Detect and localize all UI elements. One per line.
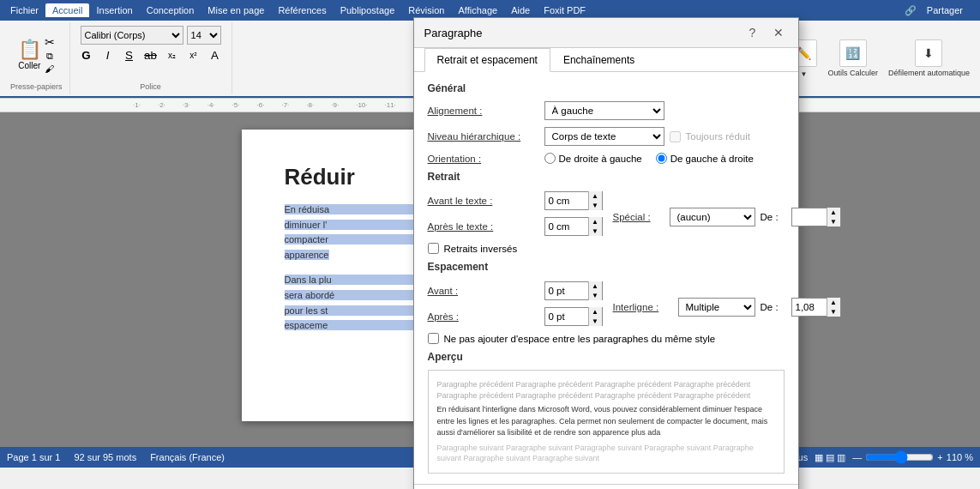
retrait-columns: Avant le texte : ▲ ▼ Après le texte : <box>428 191 785 243</box>
tab-retrait-espacement[interactable]: Retrait et espacement <box>424 48 550 72</box>
defilement-icon: ⬇ <box>915 39 942 67</box>
de2-spinbuttons: ▲ ▼ <box>827 298 840 317</box>
avant-texte-spinbox: ▲ ▼ <box>544 191 603 210</box>
menu-references[interactable]: Références <box>271 3 333 17</box>
avant-esp-up[interactable]: ▲ <box>588 281 602 291</box>
strikethrough-button[interactable]: ab <box>141 46 160 63</box>
orientation-label: Orientation : <box>428 154 539 164</box>
menu-accueil[interactable]: Accueil <box>45 3 89 17</box>
menu-foxit[interactable]: Foxit PDF <box>537 3 592 17</box>
dialog-title-bar[interactable]: Paragraphe ? ✕ <box>414 18 798 48</box>
police-group: Calibri (Corps) 14 G I S ab x₂ x² A Poli… <box>70 22 232 94</box>
font-name-select[interactable]: Calibri (Corps) <box>81 26 183 45</box>
retraits-inverses-checkbox[interactable] <box>428 243 439 254</box>
avant-esp-input[interactable] <box>545 282 588 299</box>
font-size-select[interactable]: 14 <box>187 26 221 45</box>
espacement-left: Avant : ▲ ▼ Après : ▲ <box>428 281 603 333</box>
toujours-reduit-label: Toujours réduit <box>686 131 750 142</box>
dialog-paragraphe: Paragraphe ? ✕ Retrait et espacement Enc… <box>413 17 799 468</box>
font-color-button[interactable]: A <box>206 46 225 63</box>
share-button[interactable]: 🔗 Partager <box>898 2 977 19</box>
avant-esp-row: Avant : ▲ ▼ <box>428 281 603 300</box>
espacement-columns: Avant : ▲ ▼ Après : ▲ <box>428 281 785 333</box>
interligne-label: Interligne : <box>613 302 673 312</box>
retrait-left: Avant le texte : ▲ ▼ Après le texte : <box>428 191 603 243</box>
avant-texte-row: Avant le texte : ▲ ▼ <box>428 191 603 210</box>
no-space-label: Ne pas ajouter d'espace entre les paragr… <box>444 334 716 344</box>
right-ribbon: ✏️ ▼ 🔢 Outils Calculer ⬇ Défilement auto… <box>783 22 977 94</box>
apres-texte-spinbox: ▲ ▼ <box>544 217 603 236</box>
language: Français (France) <box>150 452 225 462</box>
orientation-gauche-option[interactable]: De gauche à droite <box>656 153 754 164</box>
couper-button[interactable]: ✂ <box>45 35 55 49</box>
special-select[interactable]: (aucun) <box>670 208 755 226</box>
dialog-controls: ? ✕ <box>743 23 788 42</box>
de2-down[interactable]: ▼ <box>827 307 840 317</box>
defilement-button[interactable]: ⬇ Défilement automatique <box>885 36 973 81</box>
coller-button[interactable]: 📋 Coller <box>18 39 41 70</box>
italic-button[interactable]: I <box>99 46 117 63</box>
menu-affichage[interactable]: Affichage <box>451 3 504 17</box>
orientation-droite-radio[interactable] <box>544 153 556 164</box>
outils-button[interactable]: 🔢 Outils Calculer <box>824 36 881 81</box>
apres-texte-up[interactable]: ▲ <box>588 217 602 226</box>
outils-icon: 🔢 <box>839 39 867 67</box>
orientation-gauche-radio[interactable] <box>656 153 667 164</box>
menu-insertion[interactable]: Insertion <box>89 3 139 17</box>
de2-input[interactable] <box>792 299 827 316</box>
menu-fichier[interactable]: Fichier <box>3 3 45 17</box>
copier-button[interactable]: ⧉ <box>45 51 55 62</box>
alignement-select[interactable]: À gauche <box>544 101 664 120</box>
underline-button[interactable]: S <box>120 46 139 63</box>
view-icons: ▦ ▤ ▥ <box>815 452 845 463</box>
niveau-label: Niveau hiérarchique : <box>428 131 539 142</box>
zoom-slider[interactable]: — + 110 % <box>852 450 973 464</box>
coller-format-button[interactable]: 🖌 <box>45 63 55 74</box>
retraits-inverses-label: Retraits inversés <box>444 244 518 254</box>
apres-texte-down[interactable]: ▼ <box>588 226 602 236</box>
tab-enchainements[interactable]: Enchaînements <box>550 48 647 72</box>
avant-texte-input[interactable] <box>545 192 588 209</box>
avant-texte-label: Avant le texte : <box>428 196 539 206</box>
apres-texte-spinbuttons: ▲ ▼ <box>588 217 602 236</box>
zoom-range-input[interactable] <box>865 450 934 464</box>
preview-box: Paragraphe précédent Paragraphe précéden… <box>428 370 785 468</box>
avant-texte-down[interactable]: ▼ <box>588 201 602 210</box>
alignement-label: Alignement : <box>428 106 539 116</box>
de2-up[interactable]: ▲ <box>827 298 840 307</box>
apres-texte-label: Après le texte : <box>428 221 539 232</box>
apres-esp-up[interactable]: ▲ <box>588 307 602 317</box>
interligne-select[interactable]: Multiple <box>678 298 755 317</box>
apercu-section-label: Aperçu <box>428 351 785 363</box>
no-space-checkbox[interactable] <box>428 333 439 344</box>
apres-esp-input[interactable] <box>545 308 588 325</box>
de-input[interactable] <box>792 208 827 226</box>
apres-texte-row: Après le texte : ▲ ▼ <box>428 217 603 236</box>
menu-aide[interactable]: Aide <box>504 3 537 17</box>
de-down[interactable]: ▼ <box>827 217 840 226</box>
zoom-value: 110 % <box>947 452 973 462</box>
menu-conception[interactable]: Conception <box>140 3 201 17</box>
orientation-droite-option[interactable]: De droite à gauche <box>544 153 642 164</box>
avant-esp-spinbuttons: ▲ ▼ <box>588 281 602 300</box>
superscript-button[interactable]: x² <box>184 46 203 63</box>
apres-texte-input[interactable] <box>545 218 588 235</box>
page-info: Page 1 sur 1 <box>7 452 60 462</box>
apres-esp-down[interactable]: ▼ <box>588 317 602 326</box>
menu-mise-en-page[interactable]: Mise en page <box>201 3 271 17</box>
presse-papiers-group: 📋 Coller ✂ ⧉ 🖌 Presse-papiers <box>3 22 70 94</box>
niveau-select[interactable]: Corps de texte <box>544 127 664 146</box>
toujours-reduit-checkbox[interactable] <box>670 131 681 142</box>
de-label: De : <box>761 212 786 222</box>
menu-publipostage[interactable]: Publipostage <box>334 3 402 17</box>
avant-texte-up[interactable]: ▲ <box>588 191 602 201</box>
preview-prev-text: Paragraphe précédent Paragraphe précéden… <box>437 379 775 401</box>
avant-esp-down[interactable]: ▼ <box>588 291 602 300</box>
espacement-section-label: Espacement <box>428 261 785 275</box>
bold-button[interactable]: G <box>77 46 96 63</box>
subscript-button[interactable]: x₂ <box>163 46 182 63</box>
dialog-help-button[interactable]: ? <box>743 23 762 42</box>
menu-revision[interactable]: Révision <box>401 3 451 17</box>
dialog-close-button[interactable]: ✕ <box>769 23 788 42</box>
de-up[interactable]: ▲ <box>827 208 840 217</box>
